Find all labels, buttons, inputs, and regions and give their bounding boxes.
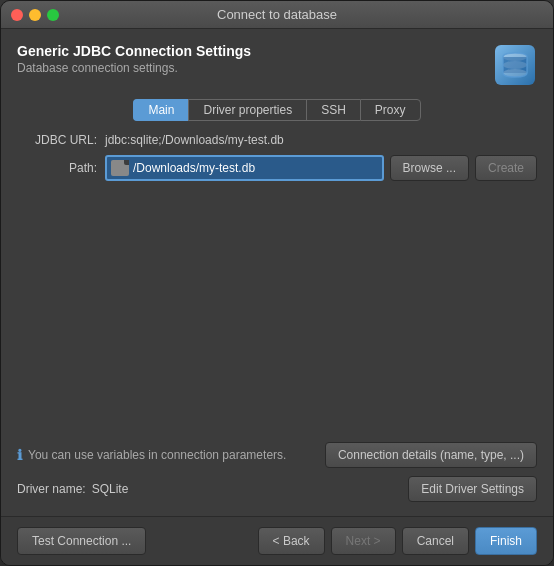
header: Generic JDBC Connection Settings Databas… — [17, 43, 537, 87]
file-icon — [111, 160, 129, 176]
database-icon — [493, 43, 537, 87]
tab-proxy[interactable]: Proxy — [360, 99, 421, 121]
content-area: Generic JDBC Connection Settings Databas… — [1, 29, 553, 516]
jdbc-url-value: jdbc:sqlite;/Downloads/my-test.db — [105, 133, 537, 147]
connection-details-button[interactable]: Connection details (name, type, ...) — [325, 442, 537, 468]
minimize-button[interactable] — [29, 9, 41, 21]
bottom-section: ℹ You can use variables in connection pa… — [17, 442, 537, 516]
title-bar: Connect to database — [1, 1, 553, 29]
header-title: Generic JDBC Connection Settings — [17, 43, 251, 59]
driver-name-label: Driver name: — [17, 482, 86, 496]
path-input[interactable]: /Downloads/my-test.db — [105, 155, 384, 181]
main-window: Connect to database Generic JDBC Connect… — [0, 0, 554, 566]
nav-buttons: < Back Next > Cancel Finish — [258, 527, 537, 555]
create-button[interactable]: Create — [475, 155, 537, 181]
tab-bar: Main Driver properties SSH Proxy — [17, 99, 537, 121]
path-row: Path: /Downloads/my-test.db Browse ... C… — [17, 155, 537, 181]
jdbc-url-row: JDBC URL: jdbc:sqlite;/Downloads/my-test… — [17, 133, 537, 147]
edit-driver-button[interactable]: Edit Driver Settings — [408, 476, 537, 502]
footer: Test Connection ... < Back Next > Cancel… — [1, 516, 553, 565]
info-text: You can use variables in connection para… — [28, 448, 286, 462]
window-title: Connect to database — [217, 7, 337, 22]
info-row: ℹ You can use variables in connection pa… — [17, 442, 537, 468]
next-button[interactable]: Next > — [331, 527, 396, 555]
driver-name-value: SQLite — [92, 482, 129, 496]
window-controls — [11, 9, 59, 21]
driver-left: Driver name: SQLite — [17, 482, 128, 496]
driver-row: Driver name: SQLite Edit Driver Settings — [17, 476, 537, 502]
back-button[interactable]: < Back — [258, 527, 325, 555]
form-section: JDBC URL: jdbc:sqlite;/Downloads/my-test… — [17, 133, 537, 516]
info-icon: ℹ — [17, 447, 22, 463]
maximize-button[interactable] — [47, 9, 59, 21]
svg-point-4 — [503, 61, 527, 69]
close-button[interactable] — [11, 9, 23, 21]
finish-button[interactable]: Finish — [475, 527, 537, 555]
tab-main[interactable]: Main — [133, 99, 188, 121]
browse-button[interactable]: Browse ... — [390, 155, 469, 181]
header-text: Generic JDBC Connection Settings Databas… — [17, 43, 251, 75]
header-subtitle: Database connection settings. — [17, 61, 251, 75]
path-text: /Downloads/my-test.db — [133, 161, 378, 175]
tab-driver-properties[interactable]: Driver properties — [188, 99, 306, 121]
path-label: Path: — [17, 161, 97, 175]
info-left: ℹ You can use variables in connection pa… — [17, 447, 286, 463]
test-connection-button[interactable]: Test Connection ... — [17, 527, 146, 555]
jdbc-label: JDBC URL: — [17, 133, 97, 147]
tab-ssh[interactable]: SSH — [306, 99, 360, 121]
main-area — [17, 189, 537, 442]
cancel-button[interactable]: Cancel — [402, 527, 469, 555]
